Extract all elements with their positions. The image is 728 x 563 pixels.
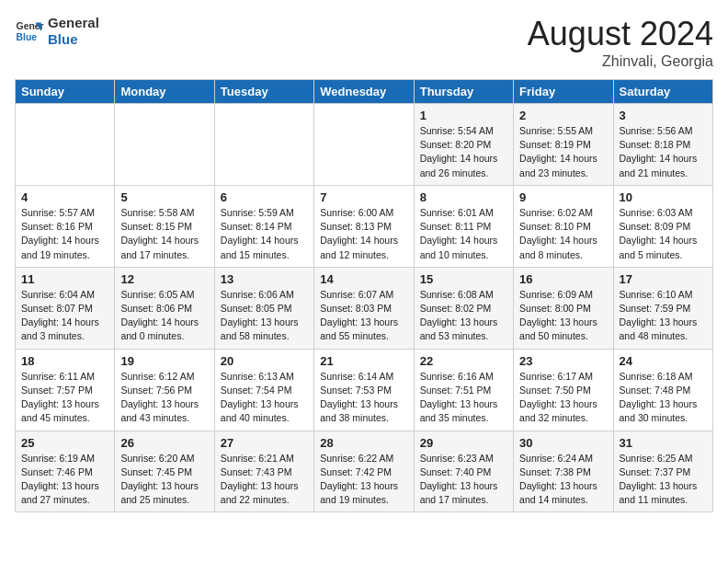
day-info: Sunrise: 6:24 AMSunset: 7:38 PMDaylight:… bbox=[519, 452, 607, 508]
calendar-cell: 28Sunrise: 6:22 AMSunset: 7:42 PMDayligh… bbox=[314, 431, 414, 512]
day-number: 3 bbox=[620, 109, 707, 122]
header-day: Saturday bbox=[613, 80, 712, 104]
calendar-cell: 10Sunrise: 6:03 AMSunset: 8:09 PMDayligh… bbox=[613, 185, 712, 267]
day-info: Sunrise: 5:59 AMSunset: 8:14 PMDaylight:… bbox=[221, 206, 308, 262]
day-info: Sunrise: 5:57 AMSunset: 8:16 PMDaylight:… bbox=[21, 206, 108, 262]
day-number: 2 bbox=[519, 109, 607, 122]
day-number: 5 bbox=[120, 190, 208, 204]
calendar-cell: 17Sunrise: 6:10 AMSunset: 7:59 PMDayligh… bbox=[613, 267, 712, 349]
header-day: Tuesday bbox=[214, 80, 313, 104]
calendar-cell: 25Sunrise: 6:19 AMSunset: 7:46 PMDayligh… bbox=[16, 431, 115, 512]
header-day: Monday bbox=[115, 80, 214, 104]
calendar-cell: 7Sunrise: 6:00 AMSunset: 8:13 PMDaylight… bbox=[314, 185, 414, 267]
calendar-cell: 19Sunrise: 6:12 AMSunset: 7:56 PMDayligh… bbox=[115, 349, 214, 431]
day-number: 21 bbox=[320, 354, 407, 368]
day-info: Sunrise: 6:09 AMSunset: 8:00 PMDaylight:… bbox=[519, 288, 607, 344]
day-number: 23 bbox=[519, 354, 607, 368]
calendar-week: 25Sunrise: 6:19 AMSunset: 7:46 PMDayligh… bbox=[16, 431, 713, 512]
calendar-cell: 26Sunrise: 6:20 AMSunset: 7:45 PMDayligh… bbox=[115, 431, 214, 512]
day-number: 26 bbox=[120, 436, 208, 450]
day-info: Sunrise: 6:25 AMSunset: 7:37 PMDaylight:… bbox=[620, 452, 707, 508]
header-day: Friday bbox=[514, 80, 613, 104]
day-info: Sunrise: 6:16 AMSunset: 7:51 PMDaylight:… bbox=[420, 370, 507, 426]
day-info: Sunrise: 6:21 AMSunset: 7:43 PMDaylight:… bbox=[221, 452, 308, 508]
day-info: Sunrise: 6:14 AMSunset: 7:53 PMDaylight:… bbox=[320, 370, 407, 426]
calendar-table: SundayMondayTuesdayWednesdayThursdayFrid… bbox=[15, 79, 713, 512]
header-day: Sunday bbox=[16, 80, 115, 104]
calendar-cell: 13Sunrise: 6:06 AMSunset: 8:05 PMDayligh… bbox=[214, 267, 313, 349]
day-info: Sunrise: 6:03 AMSunset: 8:09 PMDaylight:… bbox=[620, 206, 707, 262]
calendar-cell: 4Sunrise: 5:57 AMSunset: 8:16 PMDaylight… bbox=[16, 185, 115, 267]
page-header: General Blue General Blue August 2024 Zh… bbox=[15, 15, 713, 70]
logo-blue: Blue bbox=[48, 31, 99, 48]
day-info: Sunrise: 6:23 AMSunset: 7:40 PMDaylight:… bbox=[420, 452, 507, 508]
calendar-week: 11Sunrise: 6:04 AMSunset: 8:07 PMDayligh… bbox=[16, 267, 713, 349]
day-info: Sunrise: 6:22 AMSunset: 7:42 PMDaylight:… bbox=[320, 452, 407, 508]
calendar-week: 1Sunrise: 5:54 AMSunset: 8:20 PMDaylight… bbox=[16, 104, 713, 186]
day-info: Sunrise: 6:19 AMSunset: 7:46 PMDaylight:… bbox=[21, 452, 108, 508]
calendar-week: 4Sunrise: 5:57 AMSunset: 8:16 PMDaylight… bbox=[16, 185, 713, 267]
calendar-week: 18Sunrise: 6:11 AMSunset: 7:57 PMDayligh… bbox=[16, 349, 713, 431]
day-info: Sunrise: 6:13 AMSunset: 7:54 PMDaylight:… bbox=[221, 370, 308, 426]
day-info: Sunrise: 6:06 AMSunset: 8:05 PMDaylight:… bbox=[221, 288, 308, 344]
calendar-cell: 22Sunrise: 6:16 AMSunset: 7:51 PMDayligh… bbox=[414, 349, 513, 431]
day-number: 27 bbox=[221, 436, 308, 450]
calendar-body: 1Sunrise: 5:54 AMSunset: 8:20 PMDaylight… bbox=[16, 104, 713, 512]
calendar-cell: 15Sunrise: 6:08 AMSunset: 8:02 PMDayligh… bbox=[414, 267, 513, 349]
day-info: Sunrise: 6:18 AMSunset: 7:48 PMDaylight:… bbox=[620, 370, 707, 426]
day-info: Sunrise: 6:08 AMSunset: 8:02 PMDaylight:… bbox=[420, 288, 507, 344]
calendar-cell: 21Sunrise: 6:14 AMSunset: 7:53 PMDayligh… bbox=[314, 349, 414, 431]
calendar-cell: 20Sunrise: 6:13 AMSunset: 7:54 PMDayligh… bbox=[214, 349, 313, 431]
calendar-cell: 5Sunrise: 5:58 AMSunset: 8:15 PMDaylight… bbox=[115, 185, 214, 267]
logo-general: General bbox=[48, 15, 99, 31]
day-number: 12 bbox=[120, 272, 208, 286]
day-number: 19 bbox=[120, 354, 208, 368]
month-title: August 2024 bbox=[528, 15, 713, 53]
day-info: Sunrise: 6:00 AMSunset: 8:13 PMDaylight:… bbox=[320, 206, 407, 262]
calendar-cell: 23Sunrise: 6:17 AMSunset: 7:50 PMDayligh… bbox=[514, 349, 613, 431]
day-number: 10 bbox=[620, 190, 707, 204]
calendar-cell: 6Sunrise: 5:59 AMSunset: 8:14 PMDaylight… bbox=[214, 185, 313, 267]
calendar-cell: 3Sunrise: 5:56 AMSunset: 8:18 PMDaylight… bbox=[613, 104, 712, 186]
calendar-cell bbox=[314, 104, 414, 186]
location: Zhinvali, Georgia bbox=[528, 53, 713, 70]
calendar-cell: 27Sunrise: 6:21 AMSunset: 7:43 PMDayligh… bbox=[214, 431, 313, 512]
day-info: Sunrise: 6:10 AMSunset: 7:59 PMDaylight:… bbox=[620, 288, 707, 344]
day-number: 14 bbox=[320, 272, 407, 286]
title-area: August 2024 Zhinvali, Georgia bbox=[528, 15, 713, 70]
day-number: 8 bbox=[420, 190, 507, 204]
calendar-cell: 12Sunrise: 6:05 AMSunset: 8:06 PMDayligh… bbox=[115, 267, 214, 349]
svg-text:Blue: Blue bbox=[17, 32, 38, 42]
day-info: Sunrise: 6:17 AMSunset: 7:50 PMDaylight:… bbox=[519, 370, 607, 426]
day-info: Sunrise: 6:01 AMSunset: 8:11 PMDaylight:… bbox=[420, 206, 507, 262]
day-info: Sunrise: 5:56 AMSunset: 8:18 PMDaylight:… bbox=[620, 124, 707, 180]
day-info: Sunrise: 5:54 AMSunset: 8:20 PMDaylight:… bbox=[420, 124, 507, 180]
day-number: 18 bbox=[21, 354, 108, 368]
day-number: 9 bbox=[519, 190, 607, 204]
day-number: 28 bbox=[320, 436, 407, 450]
calendar-header: SundayMondayTuesdayWednesdayThursdayFrid… bbox=[16, 80, 713, 104]
calendar-cell bbox=[115, 104, 214, 186]
day-number: 11 bbox=[21, 272, 108, 286]
day-info: Sunrise: 5:55 AMSunset: 8:19 PMDaylight:… bbox=[519, 124, 607, 180]
day-number: 13 bbox=[221, 272, 308, 286]
calendar-cell: 16Sunrise: 6:09 AMSunset: 8:00 PMDayligh… bbox=[514, 267, 613, 349]
calendar-cell: 8Sunrise: 6:01 AMSunset: 8:11 PMDaylight… bbox=[414, 185, 513, 267]
header-day: Wednesday bbox=[314, 80, 414, 104]
day-info: Sunrise: 6:05 AMSunset: 8:06 PMDaylight:… bbox=[120, 288, 208, 344]
day-number: 31 bbox=[620, 436, 707, 450]
calendar-cell bbox=[16, 104, 115, 186]
day-number: 17 bbox=[620, 272, 707, 286]
logo: General Blue General Blue bbox=[15, 15, 99, 48]
calendar-cell: 24Sunrise: 6:18 AMSunset: 7:48 PMDayligh… bbox=[613, 349, 712, 431]
calendar-cell: 18Sunrise: 6:11 AMSunset: 7:57 PMDayligh… bbox=[16, 349, 115, 431]
day-info: Sunrise: 6:11 AMSunset: 7:57 PMDaylight:… bbox=[21, 370, 108, 426]
day-number: 30 bbox=[519, 436, 607, 450]
day-info: Sunrise: 6:12 AMSunset: 7:56 PMDaylight:… bbox=[120, 370, 208, 426]
day-number: 1 bbox=[420, 109, 507, 122]
calendar-cell: 2Sunrise: 5:55 AMSunset: 8:19 PMDaylight… bbox=[514, 104, 613, 186]
calendar-cell: 29Sunrise: 6:23 AMSunset: 7:40 PMDayligh… bbox=[414, 431, 513, 512]
day-info: Sunrise: 6:02 AMSunset: 8:10 PMDaylight:… bbox=[519, 206, 607, 262]
header-day: Thursday bbox=[414, 80, 513, 104]
calendar-cell: 31Sunrise: 6:25 AMSunset: 7:37 PMDayligh… bbox=[613, 431, 712, 512]
